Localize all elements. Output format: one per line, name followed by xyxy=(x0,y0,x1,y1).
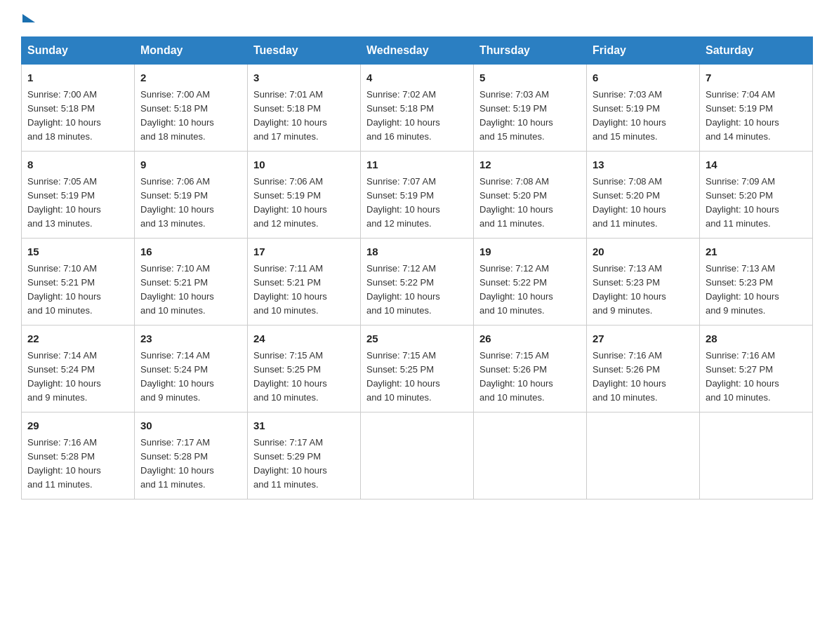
calendar-cell: 21Sunrise: 7:13 AMSunset: 5:23 PMDayligh… xyxy=(700,239,813,326)
day-info: Sunrise: 7:06 AMSunset: 5:19 PMDaylight:… xyxy=(140,175,241,232)
day-info: Sunrise: 7:03 AMSunset: 5:19 PMDaylight:… xyxy=(479,88,581,145)
day-number: 29 xyxy=(27,418,128,434)
calendar-cell: 24Sunrise: 7:15 AMSunset: 5:25 PMDayligh… xyxy=(248,326,361,412)
calendar-week-4: 22Sunrise: 7:14 AMSunset: 5:24 PMDayligh… xyxy=(22,326,813,412)
logo xyxy=(21,14,35,22)
day-info: Sunrise: 7:08 AMSunset: 5:20 PMDaylight:… xyxy=(593,175,694,232)
day-number: 15 xyxy=(27,244,128,260)
calendar-body: 1Sunrise: 7:00 AMSunset: 5:18 PMDaylight… xyxy=(22,65,813,499)
day-info: Sunrise: 7:14 AMSunset: 5:24 PMDaylight:… xyxy=(27,349,128,405)
calendar-cell xyxy=(474,412,587,499)
page-header xyxy=(21,14,813,22)
day-info: Sunrise: 7:15 AMSunset: 5:25 PMDaylight:… xyxy=(366,349,468,405)
day-number: 4 xyxy=(366,70,468,86)
day-number: 8 xyxy=(27,157,128,173)
header-day-wednesday: Wednesday xyxy=(361,37,474,65)
calendar-cell: 28Sunrise: 7:16 AMSunset: 5:27 PMDayligh… xyxy=(700,326,813,412)
day-number: 22 xyxy=(27,331,128,347)
day-number: 6 xyxy=(593,70,694,86)
day-info: Sunrise: 7:02 AMSunset: 5:18 PMDaylight:… xyxy=(366,88,468,145)
calendar-cell: 8Sunrise: 7:05 AMSunset: 5:19 PMDaylight… xyxy=(22,152,135,239)
calendar-cell: 13Sunrise: 7:08 AMSunset: 5:20 PMDayligh… xyxy=(587,152,700,239)
calendar-cell: 5Sunrise: 7:03 AMSunset: 5:19 PMDaylight… xyxy=(474,65,587,152)
day-info: Sunrise: 7:15 AMSunset: 5:26 PMDaylight:… xyxy=(479,349,581,405)
day-number: 25 xyxy=(366,331,468,347)
calendar-cell: 27Sunrise: 7:16 AMSunset: 5:26 PMDayligh… xyxy=(587,326,700,412)
logo-arrow-icon xyxy=(22,14,35,22)
day-number: 19 xyxy=(479,244,581,260)
day-info: Sunrise: 7:11 AMSunset: 5:21 PMDaylight:… xyxy=(253,262,355,318)
day-number: 12 xyxy=(479,157,581,173)
day-info: Sunrise: 7:10 AMSunset: 5:21 PMDaylight:… xyxy=(140,262,241,318)
day-info: Sunrise: 7:17 AMSunset: 5:28 PMDaylight:… xyxy=(140,436,241,492)
day-info: Sunrise: 7:04 AMSunset: 5:19 PMDaylight:… xyxy=(706,88,807,145)
day-number: 1 xyxy=(27,70,128,86)
day-number: 27 xyxy=(593,331,694,347)
day-info: Sunrise: 7:09 AMSunset: 5:20 PMDaylight:… xyxy=(706,175,807,232)
calendar-cell: 19Sunrise: 7:12 AMSunset: 5:22 PMDayligh… xyxy=(474,239,587,326)
day-number: 7 xyxy=(706,70,807,86)
calendar-cell: 14Sunrise: 7:09 AMSunset: 5:20 PMDayligh… xyxy=(700,152,813,239)
day-info: Sunrise: 7:12 AMSunset: 5:22 PMDaylight:… xyxy=(479,262,581,318)
header-day-friday: Friday xyxy=(587,37,700,65)
day-number: 14 xyxy=(706,157,807,173)
header-day-tuesday: Tuesday xyxy=(248,37,361,65)
day-number: 18 xyxy=(366,244,468,260)
day-info: Sunrise: 7:15 AMSunset: 5:25 PMDaylight:… xyxy=(253,349,355,405)
day-number: 21 xyxy=(706,244,807,260)
calendar-cell: 26Sunrise: 7:15 AMSunset: 5:26 PMDayligh… xyxy=(474,326,587,412)
calendar-week-2: 8Sunrise: 7:05 AMSunset: 5:19 PMDaylight… xyxy=(22,152,813,239)
calendar-table: SundayMondayTuesdayWednesdayThursdayFrid… xyxy=(21,36,813,499)
calendar-cell: 17Sunrise: 7:11 AMSunset: 5:21 PMDayligh… xyxy=(248,239,361,326)
day-info: Sunrise: 7:01 AMSunset: 5:18 PMDaylight:… xyxy=(253,88,355,145)
day-info: Sunrise: 7:06 AMSunset: 5:19 PMDaylight:… xyxy=(253,175,355,232)
calendar-cell: 25Sunrise: 7:15 AMSunset: 5:25 PMDayligh… xyxy=(361,326,474,412)
day-info: Sunrise: 7:16 AMSunset: 5:27 PMDaylight:… xyxy=(706,349,807,405)
day-number: 2 xyxy=(140,70,241,86)
calendar-cell xyxy=(361,412,474,499)
calendar-cell: 6Sunrise: 7:03 AMSunset: 5:19 PMDaylight… xyxy=(587,65,700,152)
header-day-sunday: Sunday xyxy=(22,37,135,65)
header-row: SundayMondayTuesdayWednesdayThursdayFrid… xyxy=(22,37,813,65)
calendar-header: SundayMondayTuesdayWednesdayThursdayFrid… xyxy=(22,37,813,65)
calendar-cell: 31Sunrise: 7:17 AMSunset: 5:29 PMDayligh… xyxy=(248,412,361,499)
day-number: 31 xyxy=(253,418,355,434)
day-info: Sunrise: 7:10 AMSunset: 5:21 PMDaylight:… xyxy=(27,262,128,318)
calendar-cell: 16Sunrise: 7:10 AMSunset: 5:21 PMDayligh… xyxy=(135,239,248,326)
calendar-cell: 15Sunrise: 7:10 AMSunset: 5:21 PMDayligh… xyxy=(22,239,135,326)
day-info: Sunrise: 7:16 AMSunset: 5:28 PMDaylight:… xyxy=(27,436,128,492)
calendar-cell xyxy=(700,412,813,499)
day-number: 26 xyxy=(479,331,581,347)
calendar-cell: 11Sunrise: 7:07 AMSunset: 5:19 PMDayligh… xyxy=(361,152,474,239)
day-info: Sunrise: 7:03 AMSunset: 5:19 PMDaylight:… xyxy=(593,88,694,145)
header-day-monday: Monday xyxy=(135,37,248,65)
day-number: 11 xyxy=(366,157,468,173)
header-day-saturday: Saturday xyxy=(700,37,813,65)
calendar-cell: 10Sunrise: 7:06 AMSunset: 5:19 PMDayligh… xyxy=(248,152,361,239)
day-info: Sunrise: 7:16 AMSunset: 5:26 PMDaylight:… xyxy=(593,349,694,405)
day-info: Sunrise: 7:13 AMSunset: 5:23 PMDaylight:… xyxy=(706,262,807,318)
calendar-cell: 2Sunrise: 7:00 AMSunset: 5:18 PMDaylight… xyxy=(135,65,248,152)
calendar-cell: 23Sunrise: 7:14 AMSunset: 5:24 PMDayligh… xyxy=(135,326,248,412)
calendar-week-3: 15Sunrise: 7:10 AMSunset: 5:21 PMDayligh… xyxy=(22,239,813,326)
day-number: 24 xyxy=(253,331,355,347)
day-number: 17 xyxy=(253,244,355,260)
calendar-cell: 9Sunrise: 7:06 AMSunset: 5:19 PMDaylight… xyxy=(135,152,248,239)
day-info: Sunrise: 7:00 AMSunset: 5:18 PMDaylight:… xyxy=(140,88,241,145)
header-day-thursday: Thursday xyxy=(474,37,587,65)
day-number: 28 xyxy=(706,331,807,347)
calendar-cell: 29Sunrise: 7:16 AMSunset: 5:28 PMDayligh… xyxy=(22,412,135,499)
calendar-cell: 12Sunrise: 7:08 AMSunset: 5:20 PMDayligh… xyxy=(474,152,587,239)
calendar-week-1: 1Sunrise: 7:00 AMSunset: 5:18 PMDaylight… xyxy=(22,65,813,152)
day-number: 23 xyxy=(140,331,241,347)
day-number: 10 xyxy=(253,157,355,173)
calendar-cell: 20Sunrise: 7:13 AMSunset: 5:23 PMDayligh… xyxy=(587,239,700,326)
day-number: 13 xyxy=(593,157,694,173)
day-info: Sunrise: 7:07 AMSunset: 5:19 PMDaylight:… xyxy=(366,175,468,232)
calendar-cell: 22Sunrise: 7:14 AMSunset: 5:24 PMDayligh… xyxy=(22,326,135,412)
day-info: Sunrise: 7:12 AMSunset: 5:22 PMDaylight:… xyxy=(366,262,468,318)
day-info: Sunrise: 7:08 AMSunset: 5:20 PMDaylight:… xyxy=(479,175,581,232)
calendar-cell: 3Sunrise: 7:01 AMSunset: 5:18 PMDaylight… xyxy=(248,65,361,152)
day-info: Sunrise: 7:05 AMSunset: 5:19 PMDaylight:… xyxy=(27,175,128,232)
calendar-cell xyxy=(587,412,700,499)
